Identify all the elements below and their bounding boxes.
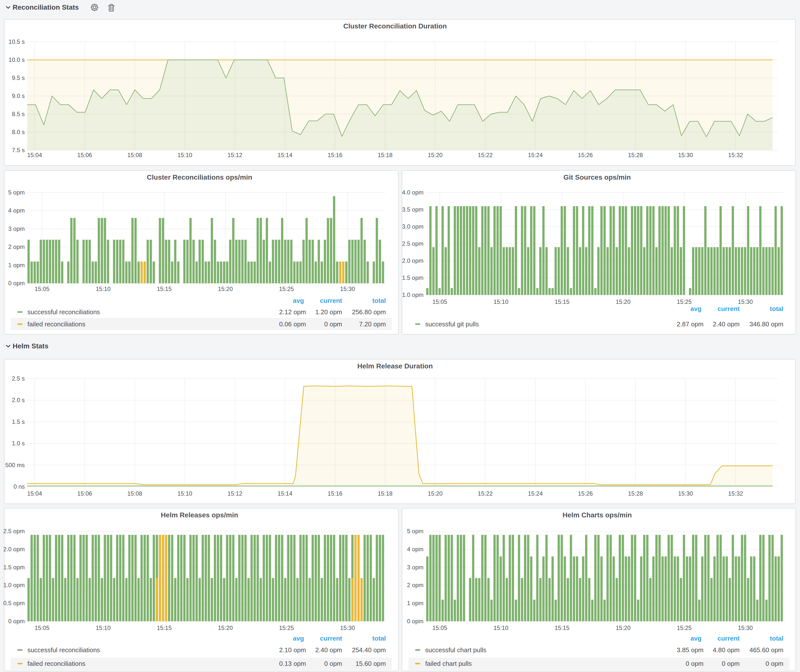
svg-text:15:30: 15:30	[340, 624, 355, 631]
svg-text:failed reconciliations: failed reconciliations	[27, 320, 85, 328]
svg-text:15:05: 15:05	[432, 624, 447, 631]
svg-text:total: total	[372, 297, 386, 304]
svg-text:15:15: 15:15	[157, 624, 172, 631]
svg-text:avg: avg	[690, 305, 702, 312]
svg-text:15:14: 15:14	[278, 152, 293, 158]
svg-text:15:20: 15:20	[616, 298, 630, 305]
svg-text:15:30: 15:30	[678, 152, 693, 158]
svg-text:1.5 opm: 1.5 opm	[402, 274, 424, 281]
svg-text:1.0 s: 1.0 s	[12, 440, 25, 446]
svg-text:0 opm: 0 opm	[324, 660, 342, 667]
svg-text:15:32: 15:32	[728, 490, 743, 497]
svg-text:8.0 s: 8.0 s	[12, 129, 25, 135]
svg-text:3 opm: 3 opm	[8, 226, 25, 232]
svg-text:15:06: 15:06	[77, 152, 92, 158]
svg-text:total: total	[770, 635, 783, 642]
svg-text:2.0 s: 2.0 s	[12, 397, 25, 403]
svg-text:15:26: 15:26	[578, 152, 593, 158]
svg-text:3 opm: 3 opm	[407, 564, 424, 571]
svg-text:1.5 s: 1.5 s	[12, 418, 25, 425]
svg-text:Git Sources ops/min: Git Sources ops/min	[563, 173, 631, 181]
svg-text:Cluster Reconciliation Duratio: Cluster Reconciliation Duration	[343, 22, 447, 30]
svg-text:Reconciliation Stats: Reconciliation Stats	[13, 3, 79, 11]
svg-text:15:26: 15:26	[578, 490, 593, 497]
svg-text:15:30: 15:30	[738, 298, 753, 305]
svg-text:15:25: 15:25	[279, 286, 294, 292]
svg-text:2.0 opm: 2.0 opm	[3, 546, 25, 552]
svg-text:Cluster Reconciliations ops/mi: Cluster Reconciliations ops/min	[147, 173, 252, 181]
svg-text:5 opm: 5 opm	[8, 189, 25, 196]
svg-text:failed chart pulls: failed chart pulls	[425, 660, 472, 667]
svg-text:current: current	[320, 635, 342, 642]
svg-text:1 opm: 1 opm	[8, 262, 25, 269]
svg-text:2 opm: 2 opm	[407, 582, 424, 588]
svg-text:15:10: 15:10	[493, 298, 508, 305]
svg-text:15:18: 15:18	[378, 490, 393, 497]
svg-text:15:20: 15:20	[428, 490, 443, 497]
svg-text:15:28: 15:28	[628, 152, 643, 158]
svg-text:15:30: 15:30	[678, 490, 693, 497]
svg-text:0.5 opm: 0.5 opm	[3, 600, 25, 606]
svg-text:15:24: 15:24	[528, 490, 543, 497]
svg-text:8.5 s: 8.5 s	[12, 110, 25, 117]
svg-text:2.5 opm: 2.5 opm	[3, 528, 25, 534]
svg-text:7.5 s: 7.5 s	[12, 147, 25, 154]
svg-text:avg: avg	[293, 297, 304, 304]
svg-text:15:20: 15:20	[218, 624, 233, 631]
svg-text:3.5 opm: 3.5 opm	[402, 206, 424, 213]
svg-text:0 opm: 0 opm	[722, 660, 740, 667]
svg-text:15:30: 15:30	[340, 286, 355, 292]
svg-text:1.0 opm: 1.0 opm	[402, 291, 424, 298]
svg-text:successful git pulls: successful git pulls	[425, 320, 479, 328]
svg-text:15:18: 15:18	[378, 152, 393, 158]
svg-text:2 opm: 2 opm	[8, 243, 25, 250]
svg-text:0 opm: 0 opm	[8, 280, 25, 286]
svg-text:total: total	[770, 305, 783, 312]
svg-text:2.10 opm: 2.10 opm	[279, 646, 306, 654]
svg-text:15:28: 15:28	[628, 490, 643, 497]
svg-text:2.5 s: 2.5 s	[12, 375, 25, 382]
svg-text:current: current	[320, 297, 342, 304]
svg-text:346.80 opm: 346.80 opm	[750, 320, 783, 328]
svg-text:Helm Stats: Helm Stats	[13, 342, 48, 350]
svg-text:9.5 s: 9.5 s	[12, 74, 25, 81]
svg-text:2.5 opm: 2.5 opm	[402, 240, 424, 247]
svg-text:2.40 opm: 2.40 opm	[315, 646, 342, 654]
svg-text:15:24: 15:24	[528, 152, 543, 158]
svg-text:15:08: 15:08	[127, 152, 142, 158]
svg-text:1.5 opm: 1.5 opm	[3, 564, 25, 571]
svg-text:avg: avg	[690, 635, 702, 642]
svg-text:Helm Releases ops/min: Helm Releases ops/min	[161, 511, 238, 519]
svg-text:15:15: 15:15	[555, 298, 570, 305]
svg-text:15:15: 15:15	[555, 624, 570, 631]
svg-text:15:25: 15:25	[677, 298, 692, 305]
svg-text:Helm Charts ops/min: Helm Charts ops/min	[563, 511, 632, 519]
svg-text:10.0 s: 10.0 s	[9, 56, 25, 63]
svg-text:5 opm: 5 opm	[407, 528, 424, 534]
svg-text:failed reconciliations: failed reconciliations	[27, 660, 85, 667]
svg-text:current: current	[717, 635, 740, 642]
svg-text:15:04: 15:04	[27, 152, 42, 158]
svg-text:15:12: 15:12	[227, 490, 242, 497]
svg-text:0 opm: 0 opm	[686, 660, 704, 667]
svg-text:0 opm: 0 opm	[766, 660, 783, 667]
svg-text:0 ns: 0 ns	[14, 483, 25, 490]
svg-text:10.5 s: 10.5 s	[9, 38, 25, 45]
svg-text:15.60 opm: 15.60 opm	[355, 660, 386, 667]
svg-text:avg: avg	[293, 635, 304, 642]
svg-text:4 opm: 4 opm	[8, 207, 25, 214]
svg-text:0 opm: 0 opm	[8, 618, 25, 624]
svg-text:15:10: 15:10	[178, 490, 192, 497]
svg-text:2.12 opm: 2.12 opm	[279, 308, 306, 316]
svg-text:0 opm: 0 opm	[407, 618, 424, 624]
svg-text:15:20: 15:20	[616, 624, 630, 631]
svg-text:15:10: 15:10	[96, 624, 110, 631]
svg-text:4.0 opm: 4.0 opm	[402, 189, 424, 196]
svg-text:3.85 opm: 3.85 opm	[677, 646, 704, 654]
svg-text:15:16: 15:16	[328, 152, 342, 158]
svg-text:15:05: 15:05	[35, 624, 50, 631]
svg-text:1.20 opm: 1.20 opm	[315, 308, 342, 316]
svg-text:15:25: 15:25	[279, 624, 294, 631]
svg-text:Helm Release Duration: Helm Release Duration	[357, 362, 433, 370]
svg-text:15:05: 15:05	[432, 298, 447, 305]
